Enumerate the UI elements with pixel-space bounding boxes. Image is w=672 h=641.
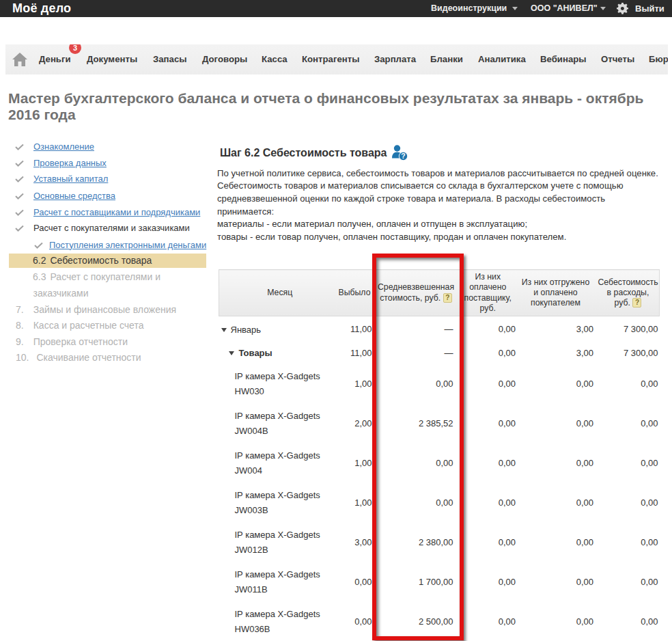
svg-text:?: ? [401,152,405,160]
